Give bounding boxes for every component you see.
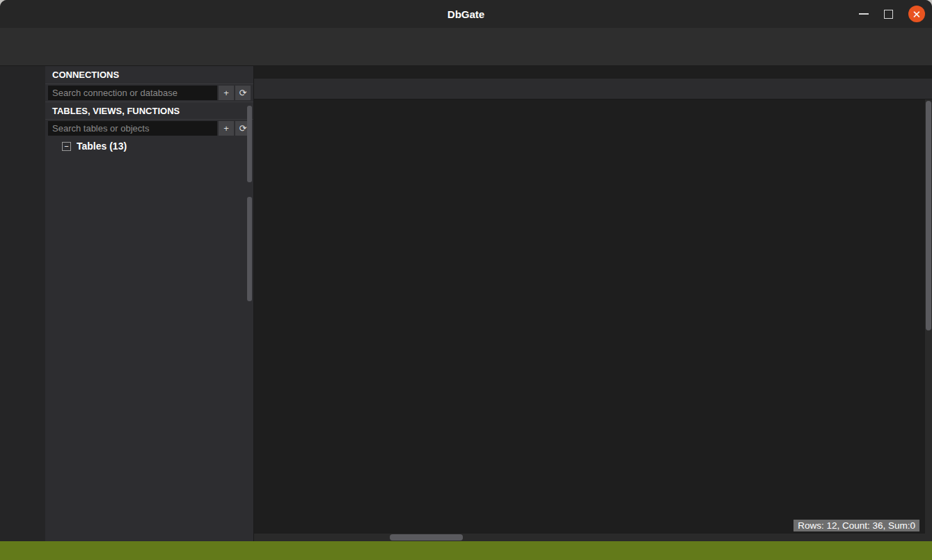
menubar [0, 28, 932, 45]
close-button[interactable]: ✕ [908, 6, 925, 22]
right-pane: Rows: 12, Count: 36, Sum:0 [254, 66, 932, 541]
tables-header: TABLES, VIEWS, FUNCTIONS [45, 102, 253, 120]
grid-horizontal-scrollbar[interactable] [254, 534, 932, 541]
connections-search-input[interactable] [48, 86, 217, 100]
tables-search-row: + ⟳ [45, 120, 253, 137]
tables-list [45, 155, 253, 541]
maximize-button[interactable] [884, 10, 893, 19]
tab-group-strip [254, 66, 932, 79]
refresh-connections-button[interactable]: ⟳ [235, 86, 251, 100]
add-connection-small-button[interactable]: + [219, 86, 234, 100]
dbgate-window: DbGate ✕ CONNECTIONS + ⟳ TABLES, VIEWS, … [0, 0, 932, 560]
tables-group-label: Tables (13) [77, 141, 127, 152]
grid-vertical-scrollbar[interactable] [925, 99, 932, 541]
tab-row [254, 79, 932, 99]
data-grid: Rows: 12, Count: 36, Sum:0 [254, 99, 932, 541]
tables-scrollbar[interactable] [247, 197, 252, 301]
statusbar [0, 541, 932, 560]
add-table-small-button[interactable]: + [219, 121, 234, 136]
window-title: DbGate [448, 8, 484, 20]
collapse-icon[interactable]: − [62, 142, 71, 151]
tables-search-input[interactable] [48, 121, 217, 136]
toolbar [0, 45, 932, 66]
connections-header: CONNECTIONS [45, 66, 253, 84]
titlebar: DbGate ✕ [0, 0, 932, 28]
minimize-button[interactable] [859, 13, 869, 15]
tables-group-row[interactable]: − Tables (13) [45, 137, 253, 155]
connections-search-row: + ⟳ [45, 84, 253, 102]
left-panel: CONNECTIONS + ⟳ TABLES, VIEWS, FUNCTIONS… [45, 66, 254, 541]
icon-rail [0, 66, 45, 541]
selection-stats-overlay: Rows: 12, Count: 36, Sum:0 [793, 520, 919, 531]
